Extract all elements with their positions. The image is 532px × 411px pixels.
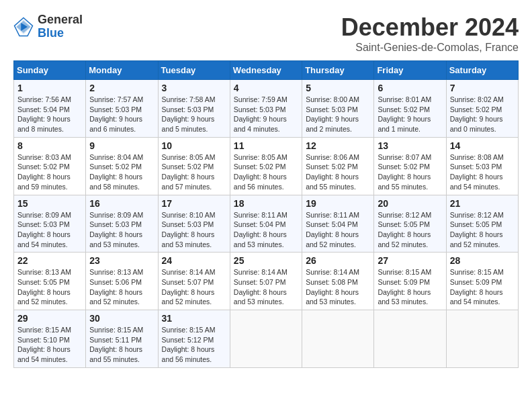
calendar-cell: 28 Sunrise: 8:15 AM Sunset: 5:09 PM Dayl… (446, 253, 518, 310)
day-number: 5 (306, 83, 370, 93)
day-info: Sunrise: 8:15 AM Sunset: 5:09 PM Dayligh… (450, 267, 515, 307)
day-info: Sunrise: 7:59 AM Sunset: 5:03 PM Dayligh… (234, 95, 298, 134)
calendar-cell: 29 Sunrise: 8:15 AM Sunset: 5:10 PM Dayl… (14, 310, 86, 368)
calendar-cell: 1 Sunrise: 7:56 AM Sunset: 5:04 PM Dayli… (14, 80, 86, 138)
weekday-header-row: Sunday Monday Tuesday Wednesday Thursday… (14, 61, 519, 80)
logo: General Blue (13, 13, 83, 40)
calendar-cell: 18 Sunrise: 8:11 AM Sunset: 5:04 PM Dayl… (230, 195, 302, 253)
day-number: 6 (378, 83, 442, 93)
day-info: Sunrise: 8:04 AM Sunset: 5:02 PM Dayligh… (89, 152, 154, 192)
calendar-cell: 12 Sunrise: 8:06 AM Sunset: 5:02 PM Dayl… (302, 137, 374, 195)
calendar-cell: 9 Sunrise: 8:04 AM Sunset: 5:02 PM Dayli… (86, 137, 158, 195)
day-number: 19 (306, 198, 370, 209)
week-row-2: 8 Sunrise: 8:03 AM Sunset: 5:02 PM Dayli… (14, 137, 519, 195)
day-number: 30 (89, 313, 154, 324)
day-info: Sunrise: 8:03 AM Sunset: 5:02 PM Dayligh… (17, 152, 82, 192)
header-saturday: Saturday (446, 61, 518, 80)
day-number: 1 (17, 83, 82, 93)
day-number: 29 (17, 313, 82, 324)
calendar-cell: 6 Sunrise: 8:01 AM Sunset: 5:02 PM Dayli… (374, 80, 446, 138)
day-info: Sunrise: 8:15 AM Sunset: 5:10 PM Dayligh… (17, 325, 82, 365)
calendar-cell: 19 Sunrise: 8:11 AM Sunset: 5:04 PM Dayl… (302, 195, 374, 253)
day-number: 7 (450, 83, 515, 93)
calendar-cell (302, 310, 374, 368)
header-sunday: Sunday (14, 61, 86, 80)
day-number: 26 (306, 255, 370, 266)
day-number: 20 (378, 198, 442, 209)
day-info: Sunrise: 8:05 AM Sunset: 5:02 PM Dayligh… (162, 152, 226, 192)
day-info: Sunrise: 8:08 AM Sunset: 5:03 PM Dayligh… (450, 152, 515, 192)
main-title: December 2024 (341, 13, 519, 42)
logo-icon (13, 17, 34, 37)
week-row-5: 29 Sunrise: 8:15 AM Sunset: 5:10 PM Dayl… (14, 310, 519, 368)
header-friday: Friday (374, 61, 446, 80)
week-row-1: 1 Sunrise: 7:56 AM Sunset: 5:04 PM Dayli… (14, 80, 519, 138)
calendar-cell: 25 Sunrise: 8:14 AM Sunset: 5:07 PM Dayl… (230, 253, 302, 310)
day-info: Sunrise: 8:15 AM Sunset: 5:12 PM Dayligh… (162, 325, 226, 365)
calendar-cell: 5 Sunrise: 8:00 AM Sunset: 5:03 PM Dayli… (302, 80, 374, 138)
day-number: 22 (17, 255, 82, 266)
day-info: Sunrise: 8:13 AM Sunset: 5:06 PM Dayligh… (89, 267, 154, 307)
day-number: 11 (234, 140, 298, 151)
day-number: 23 (89, 255, 154, 266)
logo-text: General Blue (38, 13, 83, 40)
day-number: 17 (162, 198, 226, 209)
day-info: Sunrise: 8:10 AM Sunset: 5:03 PM Dayligh… (162, 210, 226, 250)
calendar-cell: 30 Sunrise: 8:15 AM Sunset: 5:11 PM Dayl… (86, 310, 158, 368)
header-thursday: Thursday (302, 61, 374, 80)
calendar-cell: 3 Sunrise: 7:58 AM Sunset: 5:03 PM Dayli… (158, 80, 230, 138)
calendar-cell: 20 Sunrise: 8:12 AM Sunset: 5:05 PM Dayl… (374, 195, 446, 253)
calendar-cell: 15 Sunrise: 8:09 AM Sunset: 5:03 PM Dayl… (14, 195, 86, 253)
day-info: Sunrise: 8:02 AM Sunset: 5:02 PM Dayligh… (450, 95, 515, 134)
page-header: General Blue December 2024 Saint-Genies-… (13, 13, 519, 54)
calendar-cell: 21 Sunrise: 8:12 AM Sunset: 5:05 PM Dayl… (446, 195, 518, 253)
day-info: Sunrise: 7:56 AM Sunset: 5:04 PM Dayligh… (17, 95, 82, 134)
calendar-cell: 22 Sunrise: 8:13 AM Sunset: 5:05 PM Dayl… (14, 253, 86, 310)
day-info: Sunrise: 8:09 AM Sunset: 5:03 PM Dayligh… (89, 210, 154, 250)
day-info: Sunrise: 8:12 AM Sunset: 5:05 PM Dayligh… (450, 210, 515, 250)
calendar-cell: 31 Sunrise: 8:15 AM Sunset: 5:12 PM Dayl… (158, 310, 230, 368)
week-row-3: 15 Sunrise: 8:09 AM Sunset: 5:03 PM Dayl… (14, 195, 519, 253)
day-info: Sunrise: 8:12 AM Sunset: 5:05 PM Dayligh… (378, 210, 442, 250)
day-number: 18 (234, 198, 298, 209)
calendar-cell: 17 Sunrise: 8:10 AM Sunset: 5:03 PM Dayl… (158, 195, 230, 253)
title-block: December 2024 Saint-Genies-de-Comolas, F… (341, 13, 519, 54)
day-info: Sunrise: 8:14 AM Sunset: 5:07 PM Dayligh… (234, 267, 298, 307)
week-row-4: 22 Sunrise: 8:13 AM Sunset: 5:05 PM Dayl… (14, 253, 519, 310)
calendar-cell: 24 Sunrise: 8:14 AM Sunset: 5:07 PM Dayl… (158, 253, 230, 310)
day-info: Sunrise: 8:11 AM Sunset: 5:04 PM Dayligh… (306, 210, 370, 250)
day-info: Sunrise: 8:06 AM Sunset: 5:02 PM Dayligh… (306, 152, 370, 192)
calendar-cell: 11 Sunrise: 8:05 AM Sunset: 5:02 PM Dayl… (230, 137, 302, 195)
header-tuesday: Tuesday (158, 61, 230, 80)
calendar-cell: 14 Sunrise: 8:08 AM Sunset: 5:03 PM Dayl… (446, 137, 518, 195)
calendar-cell: 26 Sunrise: 8:14 AM Sunset: 5:08 PM Dayl… (302, 253, 374, 310)
calendar-cell: 7 Sunrise: 8:02 AM Sunset: 5:02 PM Dayli… (446, 80, 518, 138)
day-number: 15 (17, 198, 82, 209)
calendar-cell: 2 Sunrise: 7:57 AM Sunset: 5:03 PM Dayli… (86, 80, 158, 138)
day-info: Sunrise: 8:13 AM Sunset: 5:05 PM Dayligh… (17, 267, 82, 307)
logo-general: General (38, 13, 83, 27)
subtitle: Saint-Genies-de-Comolas, France (341, 42, 519, 54)
day-info: Sunrise: 7:58 AM Sunset: 5:03 PM Dayligh… (162, 95, 226, 134)
day-number: 3 (162, 83, 226, 93)
day-number: 9 (89, 140, 154, 151)
day-info: Sunrise: 8:14 AM Sunset: 5:07 PM Dayligh… (162, 267, 226, 307)
header-wednesday: Wednesday (230, 61, 302, 80)
day-number: 2 (89, 83, 154, 93)
day-info: Sunrise: 8:11 AM Sunset: 5:04 PM Dayligh… (234, 210, 298, 250)
day-info: Sunrise: 8:05 AM Sunset: 5:02 PM Dayligh… (234, 152, 298, 192)
day-number: 10 (162, 140, 226, 151)
calendar-cell (374, 310, 446, 368)
day-info: Sunrise: 8:01 AM Sunset: 5:02 PM Dayligh… (378, 95, 442, 134)
calendar-cell: 4 Sunrise: 7:59 AM Sunset: 5:03 PM Dayli… (230, 80, 302, 138)
calendar-cell (446, 310, 518, 368)
day-number: 12 (306, 140, 370, 151)
day-number: 4 (234, 83, 298, 93)
calendar-cell: 8 Sunrise: 8:03 AM Sunset: 5:02 PM Dayli… (14, 137, 86, 195)
day-number: 21 (450, 198, 515, 209)
calendar-cell: 13 Sunrise: 8:07 AM Sunset: 5:02 PM Dayl… (374, 137, 446, 195)
calendar-table: Sunday Monday Tuesday Wednesday Thursday… (13, 60, 519, 368)
day-info: Sunrise: 8:15 AM Sunset: 5:11 PM Dayligh… (89, 325, 154, 365)
day-info: Sunrise: 7:57 AM Sunset: 5:03 PM Dayligh… (89, 95, 154, 134)
day-number: 28 (450, 255, 515, 266)
